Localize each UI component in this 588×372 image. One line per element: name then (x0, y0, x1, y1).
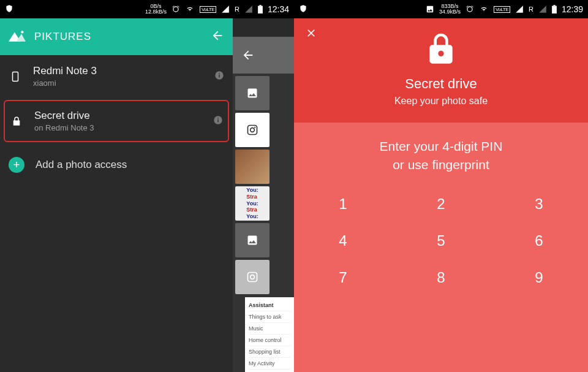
signal-icon-2 (244, 5, 253, 13)
volte-badge: VoLTE (200, 6, 216, 13)
key-3[interactable]: 3 (490, 195, 588, 213)
add-label: Add a photo access (36, 159, 127, 171)
status-bar: 0B/s 12.8kB/s VoLTE R 12:34 (0, 0, 294, 18)
clock: 12:34 (268, 4, 289, 14)
svg-point-4 (21, 31, 23, 33)
device-subtitle: xiaomi (33, 78, 97, 88)
thumbnail[interactable]: You:StraYou:StraYou: (235, 186, 270, 221)
svg-rect-11 (217, 118, 218, 118)
clock: 12:39 (562, 4, 583, 14)
info-icon[interactable] (214, 70, 224, 83)
key-8[interactable]: 8 (392, 269, 490, 286)
lock-icon (10, 116, 23, 127)
volte-badge: VoLTE (494, 6, 510, 13)
back-icon[interactable] (211, 29, 224, 45)
network-speed: 833B/s 34.9kB/s (439, 4, 461, 15)
lock-body: Enter your 4-digit PIN or use fingerprin… (294, 123, 588, 372)
screenshot-left: 0B/s 12.8kB/s VoLTE R 12:34 PIKTURES (0, 0, 294, 372)
svg-rect-10 (217, 119, 218, 122)
add-photo-access-button[interactable]: + Add a photo access (0, 145, 233, 185)
key-7[interactable]: 7 (294, 269, 392, 286)
shield-icon (299, 4, 307, 14)
app-title: PIKTURES (34, 31, 91, 43)
thumbnail[interactable] (235, 113, 270, 147)
key-9[interactable]: 9 (490, 269, 588, 286)
phone-icon (9, 71, 22, 82)
background-peek: You:StraYou:StraYou: Assistant Things to… (233, 37, 294, 372)
roaming-indicator: R (529, 6, 533, 13)
app-logo-icon (9, 29, 26, 44)
status-bar: 833B/s 34.9kB/s VoLTE R 12:39 (294, 0, 588, 18)
shield-icon (5, 4, 13, 14)
signal-icon (221, 5, 230, 13)
signal-icon (515, 5, 524, 13)
image-icon (426, 5, 434, 13)
battery-icon (258, 5, 263, 13)
assistant-menu[interactable]: Assistant Things to ask Music Home contr… (245, 297, 294, 372)
svg-rect-8 (219, 73, 219, 74)
thumbnail[interactable] (235, 260, 270, 294)
svg-rect-18 (553, 5, 555, 6)
svg-point-16 (251, 275, 255, 279)
key-6[interactable]: 6 (490, 232, 588, 249)
device-item-secret-drive[interactable]: Secret drive on Redmi Note 3 (4, 100, 229, 142)
alarm-icon (172, 5, 180, 13)
key-2[interactable]: 2 (392, 195, 490, 213)
navigation-drawer: PIKTURES Redmi Note 3 xiaomi Secret driv… (0, 18, 233, 372)
roaming-indicator: R (235, 6, 239, 13)
lock-icon (424, 31, 458, 67)
svg-point-14 (254, 127, 255, 128)
alarm-icon (466, 5, 474, 13)
key-4[interactable]: 4 (294, 232, 392, 249)
wifi-icon (185, 6, 195, 13)
plus-icon: + (9, 157, 24, 173)
close-icon[interactable] (305, 27, 317, 42)
network-speed: 0B/s 12.8kB/s (145, 4, 167, 15)
signal-icon-2 (538, 5, 547, 13)
thumbnail[interactable] (235, 150, 270, 184)
lock-title: Secret drive (405, 76, 477, 92)
svg-rect-17 (552, 6, 557, 13)
app-bar: PIKTURES (0, 18, 233, 55)
battery-icon (552, 5, 557, 13)
lock-subtitle: Keep your photo safe (394, 96, 488, 107)
secret-drive-subtitle: on Redmi Note 3 (34, 123, 94, 132)
svg-rect-7 (219, 74, 219, 77)
pin-keypad: 1 2 3 4 5 6 7 8 9 (294, 195, 588, 286)
svg-rect-1 (259, 5, 261, 6)
secret-drive-title: Secret drive (34, 110, 94, 122)
info-icon[interactable] (213, 115, 223, 127)
svg-rect-0 (258, 6, 263, 13)
svg-point-19 (438, 51, 443, 56)
svg-rect-15 (248, 273, 257, 282)
peek-back-bar[interactable] (233, 37, 294, 74)
wifi-icon (479, 6, 489, 13)
device-item-phone[interactable]: Redmi Note 3 xiaomi (0, 55, 233, 97)
thumbnail[interactable] (235, 223, 270, 257)
key-5[interactable]: 5 (392, 232, 490, 249)
svg-point-13 (251, 128, 255, 132)
thumbnail[interactable] (235, 76, 270, 110)
lock-header: Secret drive Keep your photo safe (294, 18, 588, 123)
key-1[interactable]: 1 (294, 195, 392, 213)
screenshot-right: 833B/s 34.9kB/s VoLTE R 12:39 Secret dri… (294, 0, 588, 372)
svg-rect-5 (13, 72, 18, 81)
device-title: Redmi Note 3 (33, 65, 97, 77)
svg-rect-12 (248, 126, 257, 135)
pin-prompt: Enter your 4-digit PIN or use fingerprin… (380, 137, 503, 175)
